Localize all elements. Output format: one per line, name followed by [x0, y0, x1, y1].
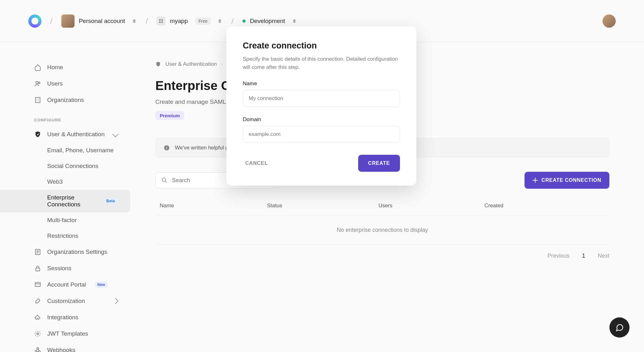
sidebar-item-label: User & Authentication — [47, 131, 105, 138]
col-status[interactable]: Status — [263, 196, 374, 215]
breadcrumb-sep: / — [50, 17, 53, 25]
sidebar-item-mfa[interactable]: Multi-factor — [0, 212, 130, 228]
chevron-right-icon — [112, 298, 119, 304]
portal-icon — [34, 281, 42, 288]
breadcrumb-parent[interactable]: User & Authentication — [165, 61, 217, 67]
sidebar-item-org-settings[interactable]: Organizations Settings — [0, 244, 130, 260]
users-icon — [34, 80, 42, 87]
svg-rect-12 — [166, 146, 167, 147]
info-icon — [164, 145, 170, 151]
modal-title: Create connection — [243, 41, 400, 51]
tier-badge: Free — [195, 17, 211, 25]
app-logo[interactable] — [28, 14, 42, 28]
app-switcher[interactable]: myapp Free — [157, 17, 223, 25]
create-connection-button[interactable]: CREATE CONNECTION — [525, 172, 609, 189]
chevron-down-icon — [112, 131, 119, 137]
sidebar-item-restrictions[interactable]: Restrictions — [0, 228, 130, 244]
svg-rect-2 — [36, 98, 40, 103]
sidebar-item-integrations[interactable]: Integrations — [0, 309, 130, 326]
sidebar-item-label: Integrations — [47, 314, 78, 321]
puzzle-icon — [34, 314, 42, 321]
sidebar-item-label: JWT Templates — [47, 330, 88, 337]
sliders-icon — [34, 248, 42, 256]
sidebar-item-jwt[interactable]: JWT Templates — [0, 326, 130, 342]
col-users[interactable]: Users — [374, 196, 480, 215]
sidebar-item-email[interactable]: Email, Phone, Username — [0, 142, 130, 158]
create-button[interactable]: CREATE — [358, 155, 400, 172]
shield-icon — [34, 131, 42, 138]
beta-badge: Beta — [104, 198, 118, 204]
sidebar-item-customization[interactable]: Customization — [0, 293, 130, 309]
sidebar-item-label: Multi-factor — [47, 217, 77, 224]
page-number: 1 — [582, 253, 585, 259]
sidebar-item-label: Organizations — [47, 97, 84, 103]
breadcrumb-sep: / — [146, 17, 148, 25]
env-name: Development — [250, 18, 285, 25]
breadcrumb-sep: / — [231, 17, 234, 25]
sidebar-item-social[interactable]: Social Connections — [0, 158, 130, 174]
col-created[interactable]: Created — [480, 196, 609, 215]
sidebar-item-label: Enterprise Connections — [47, 194, 95, 208]
svg-rect-4 — [36, 268, 40, 271]
lock-icon — [34, 265, 42, 272]
sidebar-item-account-portal[interactable]: Account Portal New — [0, 277, 130, 293]
table-empty-row: No enterprise connections to display — [155, 215, 609, 245]
sidebar-item-sessions[interactable]: Sessions — [0, 260, 130, 277]
shield-icon — [155, 61, 161, 67]
chat-icon — [615, 323, 624, 332]
pagination: Previous 1 Next — [155, 253, 609, 259]
app-icon — [157, 17, 165, 25]
sidebar-item-label: Email, Phone, Username — [47, 147, 114, 154]
env-status-dot — [242, 20, 246, 23]
svg-rect-5 — [35, 282, 41, 287]
svg-point-1 — [38, 82, 40, 84]
svg-point-0 — [36, 81, 38, 84]
account-switcher[interactable]: Personal account — [61, 14, 137, 28]
sidebar-item-webhooks[interactable]: Webhooks — [0, 342, 130, 352]
sidebar-item-organizations[interactable]: Organizations — [0, 92, 130, 108]
sidebar-item-label: Social Connections — [47, 163, 98, 170]
sidebar-item-web3[interactable]: Web3 — [0, 174, 130, 190]
sidebar-item-label: Customization — [47, 298, 85, 305]
chat-launcher[interactable] — [609, 317, 630, 338]
sidebar-item-label: Users — [47, 80, 63, 87]
sidebar-item-label: Restrictions — [47, 232, 78, 239]
svg-point-13 — [162, 178, 166, 182]
prev-button[interactable]: Previous — [547, 253, 569, 259]
app-name: myapp — [170, 18, 188, 25]
sidebar-item-label: Home — [47, 64, 63, 71]
cancel-button[interactable]: CANCEL — [243, 155, 270, 172]
account-name: Personal account — [79, 18, 125, 25]
sidebar-item-user-auth[interactable]: User & Authentication — [0, 126, 130, 142]
name-input[interactable] — [243, 90, 400, 107]
col-name[interactable]: Name — [155, 196, 263, 215]
account-avatar — [61, 14, 75, 28]
user-menu[interactable] — [602, 14, 616, 28]
domain-label: Domain — [243, 116, 400, 123]
modal-description: Specify the basic details of this connec… — [243, 55, 400, 71]
gear-icon — [34, 330, 42, 338]
sidebar: Home Users Organizations CONFIGURE User … — [0, 42, 135, 352]
next-button[interactable]: Next — [598, 253, 609, 259]
brush-icon — [34, 297, 42, 305]
sidebar-item-home[interactable]: Home — [0, 59, 130, 75]
new-badge: New — [95, 282, 108, 288]
sidebar-item-users[interactable]: Users — [0, 75, 130, 92]
user-avatar — [602, 14, 616, 28]
building-icon — [34, 96, 42, 104]
home-icon — [34, 64, 42, 71]
empty-message: No enterprise connections to display — [155, 215, 609, 245]
chevron-updown-icon — [291, 18, 297, 24]
domain-input[interactable] — [243, 126, 400, 143]
premium-badge: Premium — [155, 111, 184, 120]
chevron-updown-icon — [131, 18, 137, 24]
sidebar-item-label: Account Portal — [47, 281, 86, 288]
plus-icon — [533, 178, 538, 183]
sidebar-item-label: Sessions — [47, 265, 71, 272]
sidebar-item-label: Web3 — [47, 178, 63, 185]
sidebar-item-enterprise[interactable]: Enterprise Connections Beta — [0, 190, 130, 212]
sidebar-item-label: Organizations Settings — [47, 249, 107, 255]
search-icon — [161, 177, 168, 183]
env-switcher[interactable]: Development — [242, 18, 297, 25]
svg-rect-11 — [166, 147, 167, 149]
